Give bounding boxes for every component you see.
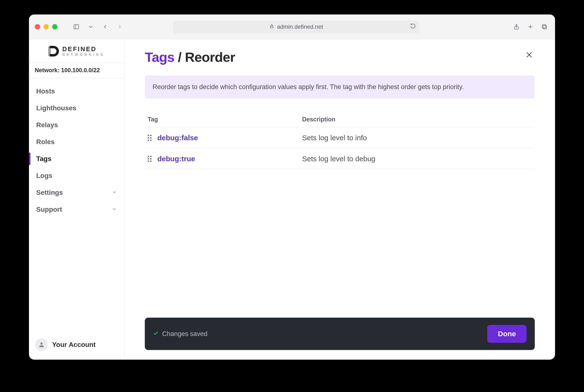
table-row[interactable]: debug:true Sets log level to debug [145, 148, 535, 170]
sidebar-nav: Hosts Lighthouses Relays Roles Tags [29, 78, 124, 222]
status-text: Changes saved [162, 330, 208, 338]
chevron-down-icon [112, 189, 117, 196]
sidebar-item-logs[interactable]: Logs [32, 168, 121, 184]
brand: DEFINED NETWORKING [29, 39, 124, 62]
nav-back-button[interactable] [100, 22, 110, 32]
reload-button[interactable] [410, 23, 416, 30]
tab-dropdown-button[interactable] [86, 22, 95, 32]
action-footer: Changes saved Done [145, 318, 535, 350]
brand-logo-icon [48, 46, 59, 56]
svg-point-8 [40, 342, 42, 345]
table-row[interactable]: debug:false Sets log level to info [145, 128, 535, 148]
tag-description: Sets log level to debug [302, 155, 532, 163]
svg-rect-7 [542, 24, 546, 28]
breadcrumb-leaf: Reorder [185, 50, 235, 65]
window-zoom-button[interactable] [52, 24, 57, 30]
brand-subtitle: NETWORKING [62, 53, 105, 56]
svg-rect-0 [74, 24, 79, 29]
breadcrumb-root[interactable]: Tags [145, 50, 174, 65]
chevron-down-icon [112, 206, 117, 214]
sidebar-item-settings[interactable]: Settings [32, 185, 121, 200]
checkmark-icon [153, 330, 159, 338]
browser-window: admin.defined.net [29, 14, 555, 360]
sidebar-item-roles[interactable]: Roles [32, 134, 121, 150]
tags-table: Tag Description debug:false Sets log lev… [145, 116, 535, 170]
sidebar-item-label: Relays [36, 121, 58, 129]
app-body: DEFINED NETWORKING Network: 100.100.0.0/… [29, 39, 555, 360]
column-header-tag: Tag [148, 116, 302, 123]
share-button[interactable] [512, 22, 521, 32]
tag-description: Sets log level to info [302, 134, 532, 142]
tab-overview-button[interactable] [540, 22, 549, 32]
window-minimize-button[interactable] [43, 24, 49, 30]
column-header-description: Description [302, 116, 532, 123]
tag-name[interactable]: debug:true [157, 155, 302, 163]
sidebar-item-label: Hosts [36, 88, 55, 95]
account-label: Your Account [52, 341, 95, 348]
save-status: Changes saved [153, 330, 208, 338]
browser-toolbar: admin.defined.net [29, 14, 555, 39]
network-label: Network: 100.100.0.0/22 [29, 62, 124, 78]
sidebar-item-label: Lighthouses [36, 104, 76, 112]
done-button[interactable]: Done [487, 325, 527, 343]
sidebar-item-label: Support [36, 206, 62, 214]
new-tab-button[interactable] [526, 22, 535, 32]
window-close-button[interactable] [35, 24, 40, 30]
tag-name[interactable]: debug:false [157, 134, 302, 142]
account-link[interactable]: Your Account [29, 333, 124, 360]
breadcrumb: Tags / Reorder [145, 49, 235, 65]
sidebar-item-label: Logs [36, 172, 52, 180]
avatar-icon [35, 338, 48, 351]
close-button[interactable] [524, 49, 535, 61]
table-header: Tag Description [145, 116, 535, 128]
drag-handle-icon[interactable] [148, 156, 157, 162]
sidebar-item-label: Roles [36, 138, 54, 146]
sidebar-item-hosts[interactable]: Hosts [32, 84, 121, 99]
page-titlebar: Tags / Reorder [145, 49, 535, 65]
address-bar[interactable]: admin.defined.net [173, 20, 419, 33]
window-controls [35, 24, 57, 30]
main-content: Tags / Reorder Reorder tags to decide wh… [124, 39, 555, 360]
brand-name: DEFINED [62, 46, 105, 52]
sidebar-item-label: Tags [36, 155, 51, 163]
drag-handle-icon[interactable] [148, 135, 157, 141]
sidebar-toggle-button[interactable] [71, 22, 81, 32]
sidebar-item-support[interactable]: Support [32, 202, 121, 217]
sidebar-item-relays[interactable]: Relays [32, 117, 121, 133]
svg-rect-6 [543, 25, 547, 29]
sidebar-item-lighthouses[interactable]: Lighthouses [32, 100, 121, 116]
address-text: admin.defined.net [277, 24, 323, 30]
sidebar-item-label: Settings [36, 189, 63, 196]
sidebar-item-tags[interactable]: Tags [32, 151, 121, 166]
nav-forward-button[interactable] [115, 22, 124, 32]
sidebar: DEFINED NETWORKING Network: 100.100.0.0/… [29, 39, 124, 360]
lock-icon [269, 24, 274, 30]
breadcrumb-separator: / [174, 50, 185, 65]
svg-rect-2 [270, 26, 273, 28]
info-banner: Reorder tags to decide which configurati… [145, 76, 535, 98]
brand-text: DEFINED NETWORKING [62, 46, 105, 56]
